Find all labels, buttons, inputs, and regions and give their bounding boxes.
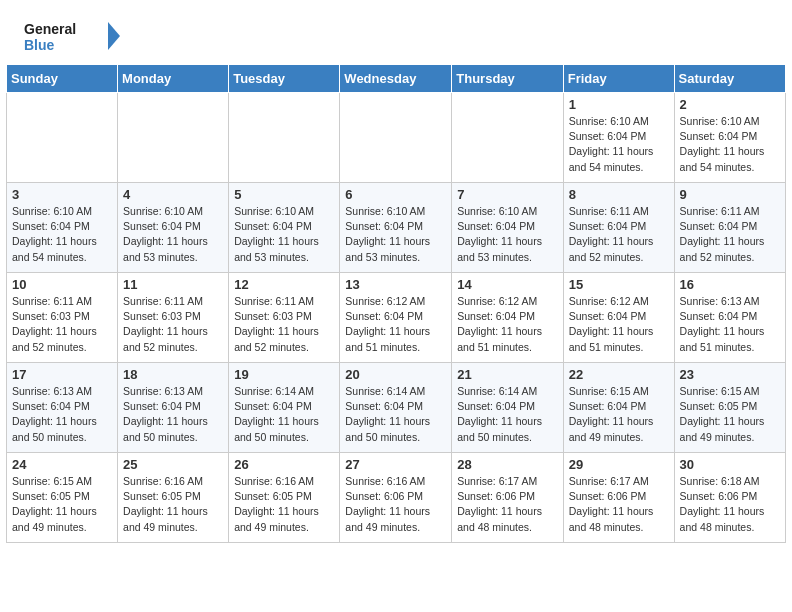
weekday-header-thursday: Thursday [452,65,563,93]
calendar-cell: 16Sunrise: 6:13 AMSunset: 6:04 PMDayligh… [674,273,785,363]
day-number: 27 [345,457,446,472]
calendar-cell: 3Sunrise: 6:10 AMSunset: 6:04 PMDaylight… [7,183,118,273]
day-number: 19 [234,367,334,382]
weekday-header-tuesday: Tuesday [229,65,340,93]
calendar-cell: 21Sunrise: 6:14 AMSunset: 6:04 PMDayligh… [452,363,563,453]
day-info: Sunrise: 6:16 AMSunset: 6:05 PMDaylight:… [234,474,334,535]
weekday-header-friday: Friday [563,65,674,93]
day-info: Sunrise: 6:12 AMSunset: 6:04 PMDaylight:… [569,294,669,355]
day-info: Sunrise: 6:14 AMSunset: 6:04 PMDaylight:… [457,384,557,445]
day-number: 22 [569,367,669,382]
svg-marker-2 [108,22,120,50]
logo-svg: General Blue [24,18,124,56]
day-info: Sunrise: 6:10 AMSunset: 6:04 PMDaylight:… [234,204,334,265]
day-info: Sunrise: 6:13 AMSunset: 6:04 PMDaylight:… [123,384,223,445]
calendar-cell: 6Sunrise: 6:10 AMSunset: 6:04 PMDaylight… [340,183,452,273]
day-info: Sunrise: 6:14 AMSunset: 6:04 PMDaylight:… [345,384,446,445]
day-number: 11 [123,277,223,292]
calendar-cell: 11Sunrise: 6:11 AMSunset: 6:03 PMDayligh… [118,273,229,363]
calendar-table: SundayMondayTuesdayWednesdayThursdayFrid… [6,64,786,543]
calendar-cell: 25Sunrise: 6:16 AMSunset: 6:05 PMDayligh… [118,453,229,543]
weekday-header-sunday: Sunday [7,65,118,93]
day-info: Sunrise: 6:16 AMSunset: 6:06 PMDaylight:… [345,474,446,535]
day-info: Sunrise: 6:12 AMSunset: 6:04 PMDaylight:… [457,294,557,355]
calendar-cell: 15Sunrise: 6:12 AMSunset: 6:04 PMDayligh… [563,273,674,363]
calendar-cell: 30Sunrise: 6:18 AMSunset: 6:06 PMDayligh… [674,453,785,543]
day-number: 10 [12,277,112,292]
calendar-cell [452,93,563,183]
day-info: Sunrise: 6:11 AMSunset: 6:03 PMDaylight:… [234,294,334,355]
day-number: 28 [457,457,557,472]
day-number: 23 [680,367,780,382]
calendar-container: SundayMondayTuesdayWednesdayThursdayFrid… [0,64,792,549]
calendar-cell: 7Sunrise: 6:10 AMSunset: 6:04 PMDaylight… [452,183,563,273]
calendar-cell [118,93,229,183]
calendar-cell: 13Sunrise: 6:12 AMSunset: 6:04 PMDayligh… [340,273,452,363]
day-number: 16 [680,277,780,292]
calendar-cell [229,93,340,183]
svg-text:General: General [24,21,76,37]
day-info: Sunrise: 6:11 AMSunset: 6:04 PMDaylight:… [569,204,669,265]
day-number: 7 [457,187,557,202]
day-info: Sunrise: 6:10 AMSunset: 6:04 PMDaylight:… [680,114,780,175]
calendar-cell [340,93,452,183]
day-number: 15 [569,277,669,292]
day-number: 20 [345,367,446,382]
day-info: Sunrise: 6:10 AMSunset: 6:04 PMDaylight:… [12,204,112,265]
day-number: 18 [123,367,223,382]
calendar-cell: 9Sunrise: 6:11 AMSunset: 6:04 PMDaylight… [674,183,785,273]
calendar-cell: 12Sunrise: 6:11 AMSunset: 6:03 PMDayligh… [229,273,340,363]
weekday-header-wednesday: Wednesday [340,65,452,93]
day-number: 14 [457,277,557,292]
svg-text:Blue: Blue [24,37,55,53]
day-info: Sunrise: 6:11 AMSunset: 6:03 PMDaylight:… [12,294,112,355]
calendar-cell: 24Sunrise: 6:15 AMSunset: 6:05 PMDayligh… [7,453,118,543]
day-info: Sunrise: 6:12 AMSunset: 6:04 PMDaylight:… [345,294,446,355]
day-info: Sunrise: 6:10 AMSunset: 6:04 PMDaylight:… [457,204,557,265]
calendar-cell: 26Sunrise: 6:16 AMSunset: 6:05 PMDayligh… [229,453,340,543]
calendar-cell: 14Sunrise: 6:12 AMSunset: 6:04 PMDayligh… [452,273,563,363]
day-number: 2 [680,97,780,112]
day-info: Sunrise: 6:13 AMSunset: 6:04 PMDaylight:… [680,294,780,355]
day-number: 30 [680,457,780,472]
weekday-header-monday: Monday [118,65,229,93]
weekday-header-saturday: Saturday [674,65,785,93]
day-info: Sunrise: 6:11 AMSunset: 6:03 PMDaylight:… [123,294,223,355]
calendar-cell: 19Sunrise: 6:14 AMSunset: 6:04 PMDayligh… [229,363,340,453]
calendar-cell: 5Sunrise: 6:10 AMSunset: 6:04 PMDaylight… [229,183,340,273]
calendar-cell: 27Sunrise: 6:16 AMSunset: 6:06 PMDayligh… [340,453,452,543]
calendar-cell: 1Sunrise: 6:10 AMSunset: 6:04 PMDaylight… [563,93,674,183]
day-info: Sunrise: 6:15 AMSunset: 6:05 PMDaylight:… [12,474,112,535]
day-info: Sunrise: 6:15 AMSunset: 6:04 PMDaylight:… [569,384,669,445]
day-number: 25 [123,457,223,472]
day-info: Sunrise: 6:14 AMSunset: 6:04 PMDaylight:… [234,384,334,445]
day-number: 12 [234,277,334,292]
day-number: 4 [123,187,223,202]
day-number: 21 [457,367,557,382]
day-info: Sunrise: 6:18 AMSunset: 6:06 PMDaylight:… [680,474,780,535]
calendar-cell: 4Sunrise: 6:10 AMSunset: 6:04 PMDaylight… [118,183,229,273]
calendar-cell: 20Sunrise: 6:14 AMSunset: 6:04 PMDayligh… [340,363,452,453]
day-number: 29 [569,457,669,472]
day-info: Sunrise: 6:11 AMSunset: 6:04 PMDaylight:… [680,204,780,265]
calendar-cell: 17Sunrise: 6:13 AMSunset: 6:04 PMDayligh… [7,363,118,453]
day-number: 8 [569,187,669,202]
logo: General Blue [24,18,124,56]
calendar-cell: 18Sunrise: 6:13 AMSunset: 6:04 PMDayligh… [118,363,229,453]
day-number: 5 [234,187,334,202]
day-number: 9 [680,187,780,202]
day-info: Sunrise: 6:17 AMSunset: 6:06 PMDaylight:… [457,474,557,535]
day-number: 3 [12,187,112,202]
day-number: 1 [569,97,669,112]
day-info: Sunrise: 6:10 AMSunset: 6:04 PMDaylight:… [345,204,446,265]
calendar-cell: 2Sunrise: 6:10 AMSunset: 6:04 PMDaylight… [674,93,785,183]
calendar-cell: 10Sunrise: 6:11 AMSunset: 6:03 PMDayligh… [7,273,118,363]
day-info: Sunrise: 6:16 AMSunset: 6:05 PMDaylight:… [123,474,223,535]
day-info: Sunrise: 6:10 AMSunset: 6:04 PMDaylight:… [569,114,669,175]
day-number: 24 [12,457,112,472]
day-number: 6 [345,187,446,202]
day-info: Sunrise: 6:15 AMSunset: 6:05 PMDaylight:… [680,384,780,445]
calendar-cell: 22Sunrise: 6:15 AMSunset: 6:04 PMDayligh… [563,363,674,453]
page-header: General Blue [0,0,792,64]
day-info: Sunrise: 6:13 AMSunset: 6:04 PMDaylight:… [12,384,112,445]
